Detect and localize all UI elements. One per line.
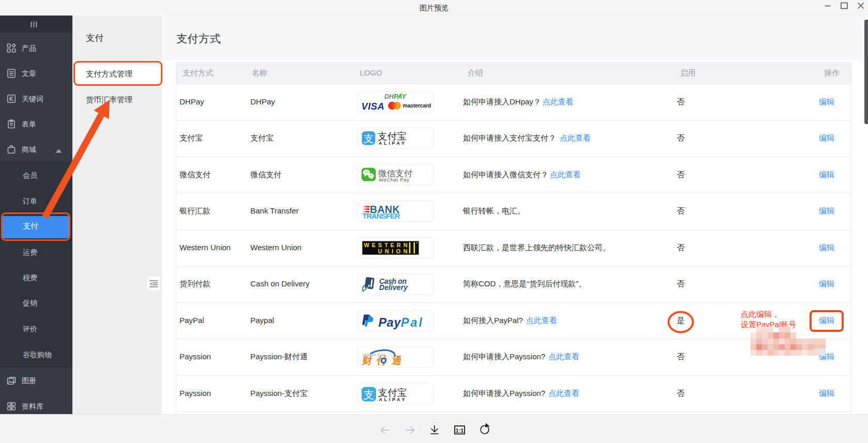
svg-text:VISA: VISA (362, 101, 385, 112)
svg-text:ALIPAY: ALIPAY (379, 140, 406, 145)
svg-text:通: 通 (391, 355, 402, 366)
svg-text:TRANSFER: TRANSFER (362, 212, 400, 220)
svg-text:ALIPAY: ALIPAY (379, 396, 406, 402)
svg-text:Delivery: Delivery (379, 283, 408, 292)
svg-text:Pal: Pal (401, 316, 422, 329)
svg-text:1:1: 1:1 (456, 427, 464, 434)
svg-text:支付宝: 支付宝 (378, 387, 407, 398)
svg-text:支: 支 (364, 388, 375, 400)
svg-text:支: 支 (364, 132, 374, 144)
svg-text:Pay: Pay (379, 316, 402, 329)
svg-text:mastercard: mastercard (403, 102, 431, 109)
svg-text:WeChat Pay: WeChat Pay (379, 177, 409, 182)
svg-text:财: 财 (361, 355, 373, 366)
svg-text:DHPAY: DHPAY (384, 93, 407, 100)
